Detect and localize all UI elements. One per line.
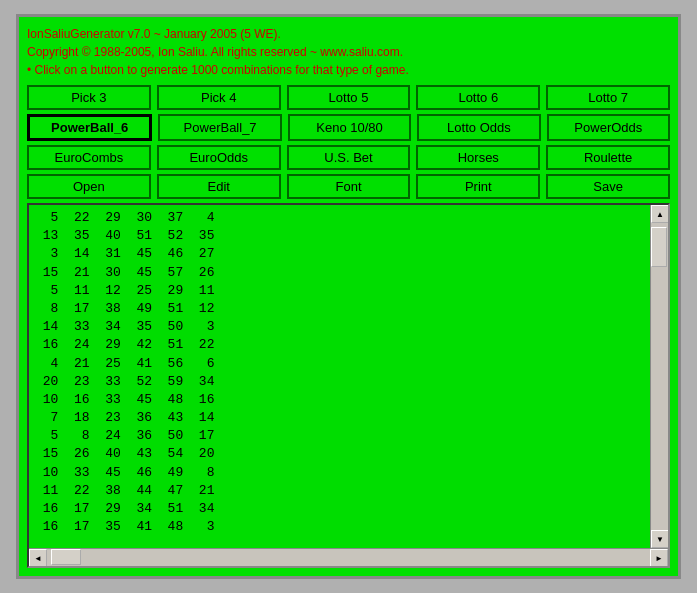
horizontal-scrollbar[interactable]: ◄ ► [29, 548, 668, 566]
eurocombs-button[interactable]: EuroCombs [27, 145, 151, 170]
output-text: 5 22 29 30 37 4 13 35 40 51 52 35 3 14 3… [35, 209, 644, 536]
edit-button[interactable]: Edit [157, 174, 281, 199]
pick4-button[interactable]: Pick 4 [157, 85, 281, 110]
horses-button[interactable]: Horses [416, 145, 540, 170]
usbet-button[interactable]: U.S. Bet [287, 145, 411, 170]
header-line2: Copyright © 1988-2005, Ion Saliu. All ri… [27, 43, 670, 61]
lotto5-button[interactable]: Lotto 5 [287, 85, 411, 110]
lotto7-button[interactable]: Lotto 7 [546, 85, 670, 110]
output-content: 5 22 29 30 37 4 13 35 40 51 52 35 3 14 3… [29, 205, 650, 548]
lotto6-button[interactable]: Lotto 6 [416, 85, 540, 110]
output-inner: 5 22 29 30 37 4 13 35 40 51 52 35 3 14 3… [29, 205, 668, 548]
header-text: IonSaliuGenerator v7.0 ~ January 2005 (5… [27, 25, 670, 79]
open-button[interactable]: Open [27, 174, 151, 199]
lottoodds-button[interactable]: Lotto Odds [417, 114, 540, 141]
header-line3: • Click on a button to generate 1000 com… [27, 61, 670, 79]
roulette-button[interactable]: Roulette [546, 145, 670, 170]
scroll-up-button[interactable]: ▲ [651, 205, 668, 223]
button-row-2: PowerBall_6 PowerBall_7 Keno 10/80 Lotto… [27, 114, 670, 141]
scroll-left-button[interactable]: ◄ [29, 549, 47, 567]
hscroll-track[interactable] [47, 549, 650, 566]
keno-button[interactable]: Keno 10/80 [288, 114, 411, 141]
powerball6-button[interactable]: PowerBall_6 [27, 114, 152, 141]
vertical-scrollbar[interactable]: ▲ ▼ [650, 205, 668, 548]
powerodds-button[interactable]: PowerOdds [547, 114, 670, 141]
button-row-3: EuroCombs EuroOdds U.S. Bet Horses Roule… [27, 145, 670, 170]
scroll-right-button[interactable]: ► [650, 549, 668, 567]
button-row-1: Pick 3 Pick 4 Lotto 5 Lotto 6 Lotto 7 [27, 85, 670, 110]
powerball7-button[interactable]: PowerBall_7 [158, 114, 281, 141]
scroll-track[interactable] [651, 223, 668, 530]
euroodds-button[interactable]: EuroOdds [157, 145, 281, 170]
hscroll-thumb[interactable] [51, 549, 81, 565]
button-row-4: Open Edit Font Print Save [27, 174, 670, 199]
pick3-button[interactable]: Pick 3 [27, 85, 151, 110]
save-button[interactable]: Save [546, 174, 670, 199]
main-window: IonSaliuGenerator v7.0 ~ January 2005 (5… [16, 14, 681, 579]
header-line1: IonSaliuGenerator v7.0 ~ January 2005 (5… [27, 25, 670, 43]
font-button[interactable]: Font [287, 174, 411, 199]
scroll-down-button[interactable]: ▼ [651, 530, 668, 548]
scroll-thumb[interactable] [651, 227, 667, 267]
output-wrapper: 5 22 29 30 37 4 13 35 40 51 52 35 3 14 3… [27, 203, 670, 568]
print-button[interactable]: Print [416, 174, 540, 199]
